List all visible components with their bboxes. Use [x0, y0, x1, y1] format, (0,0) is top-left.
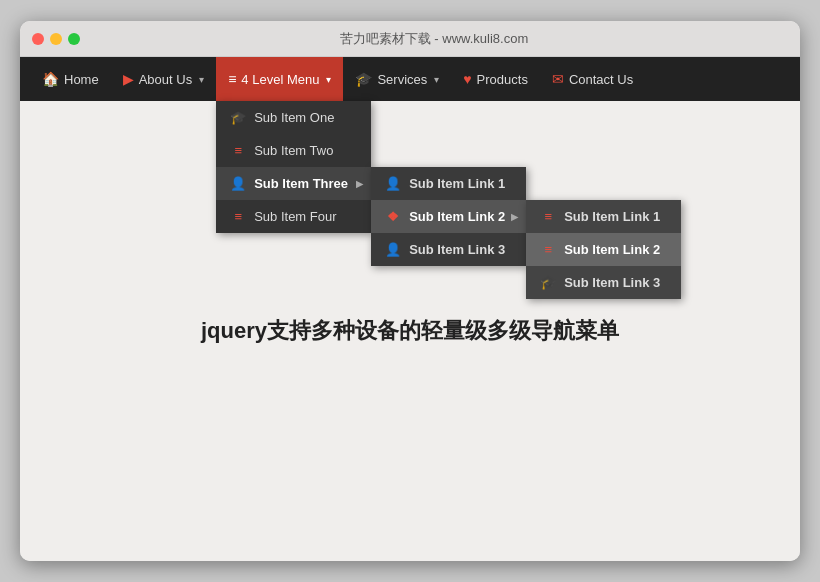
nav-4level-label: 4 Level Menu: [241, 72, 319, 87]
lv3link3-icon: 🎓: [540, 275, 556, 290]
navbar-wrapper: 🏠 Home ▶ About Us ▾ ≡ 4 Level Menu ▾: [20, 57, 800, 101]
sub3-label: Sub Item Three: [254, 176, 348, 191]
link3-label: Sub Item Link 3: [409, 242, 505, 257]
link1-icon: 👤: [385, 176, 401, 191]
sub4-icon: ≡: [230, 209, 246, 224]
sub-item-three[interactable]: 👤 Sub Item Three 👤 Sub Item Link 1: [216, 167, 371, 200]
lv3link1-label: Sub Item Link 1: [564, 209, 660, 224]
window: 苦力吧素材下载 - www.kuli8.com 🏠 Home ▶ About U…: [20, 21, 800, 561]
contact-icon: ✉: [552, 71, 564, 87]
nav-home[interactable]: 🏠 Home: [30, 57, 111, 101]
window-controls: [32, 33, 80, 45]
home-icon: 🏠: [42, 71, 59, 87]
titlebar: 苦力吧素材下载 - www.kuli8.com: [20, 21, 800, 57]
main-description: jquery支持多种设备的轻量级多级导航菜单: [201, 316, 619, 346]
about-icon: ▶: [123, 71, 134, 87]
services-icon: 🎓: [355, 71, 372, 87]
window-content: 🏠 Home ▶ About Us ▾ ≡ 4 Level Menu ▾: [20, 57, 800, 561]
sub-item-four[interactable]: ≡ Sub Item Four: [216, 200, 371, 233]
level2-dropdown: 👤 Sub Item Link 1 ❖ Sub Item Link 2: [371, 167, 526, 266]
sub-link-3[interactable]: 👤 Sub Item Link 3: [371, 233, 526, 266]
link2-label: Sub Item Link 2: [409, 209, 505, 224]
4level-chevron-icon: ▾: [326, 74, 331, 85]
sub-link-1[interactable]: 👤 Sub Item Link 1: [371, 167, 526, 200]
sub-item-one[interactable]: 🎓 Sub Item One: [216, 101, 371, 134]
sub3-icon: 👤: [230, 176, 246, 191]
lv3link1-icon: ≡: [540, 209, 556, 224]
lv3link2-label: Sub Item Link 2: [564, 242, 660, 257]
nav-about-label: About Us: [139, 72, 192, 87]
maximize-button[interactable]: [68, 33, 80, 45]
link1-label: Sub Item Link 1: [409, 176, 505, 191]
nav-services[interactable]: 🎓 Services ▾: [343, 57, 451, 101]
sub-link-2[interactable]: ❖ Sub Item Link 2 ≡ Sub Item Link 1: [371, 200, 526, 233]
level1-dropdown: 🎓 Sub Item One ≡ Sub Item Two 👤 Sub Item…: [216, 101, 371, 233]
lv3link2-icon: ≡: [540, 242, 556, 257]
sub-item-two[interactable]: ≡ Sub Item Two: [216, 134, 371, 167]
products-icon: ♥: [463, 71, 471, 87]
nav-about[interactable]: ▶ About Us ▾: [111, 57, 216, 101]
nav-contact-label: Contact Us: [569, 72, 633, 87]
lv3-link-1[interactable]: ≡ Sub Item Link 1: [526, 200, 681, 233]
nav-contact[interactable]: ✉ Contact Us: [540, 57, 645, 101]
link3-icon: 👤: [385, 242, 401, 257]
close-button[interactable]: [32, 33, 44, 45]
sub2-icon: ≡: [230, 143, 246, 158]
nav-4level[interactable]: ≡ 4 Level Menu ▾ 🎓 Sub Item One ≡: [216, 57, 343, 101]
sub1-label: Sub Item One: [254, 110, 334, 125]
nav-products[interactable]: ♥ Products: [451, 57, 540, 101]
lv3-link-2[interactable]: ≡ Sub Item Link 2: [526, 233, 681, 266]
navbar: 🏠 Home ▶ About Us ▾ ≡ 4 Level Menu ▾: [20, 57, 800, 101]
lv3-link-3[interactable]: 🎓 Sub Item Link 3: [526, 266, 681, 299]
minimize-button[interactable]: [50, 33, 62, 45]
about-chevron-icon: ▾: [199, 74, 204, 85]
sub4-label: Sub Item Four: [254, 209, 336, 224]
window-title: 苦力吧素材下载 - www.kuli8.com: [80, 30, 788, 48]
nav-services-label: Services: [377, 72, 427, 87]
sub2-label: Sub Item Two: [254, 143, 333, 158]
lv3link3-label: Sub Item Link 3: [564, 275, 660, 290]
4level-icon: ≡: [228, 71, 236, 87]
sub1-icon: 🎓: [230, 110, 246, 125]
services-chevron-icon: ▾: [434, 74, 439, 85]
link2-icon: ❖: [385, 209, 401, 224]
nav-products-label: Products: [477, 72, 528, 87]
nav-home-label: Home: [64, 72, 99, 87]
level3-dropdown: ≡ Sub Item Link 1 ≡ Sub Item Link 2: [526, 200, 681, 299]
